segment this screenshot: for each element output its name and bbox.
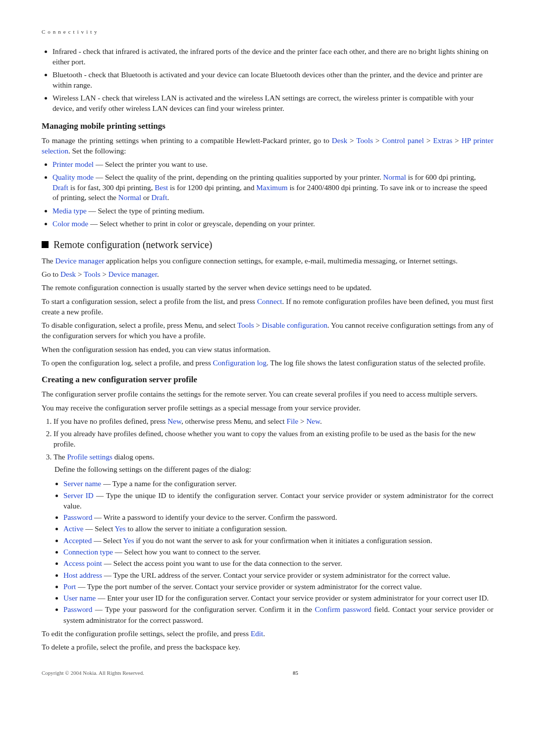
text: — Select whether to print in color or gr…: [88, 219, 315, 228]
kw: Normal: [118, 193, 141, 202]
text: Go to: [42, 270, 60, 278]
nav-keyword: Tools: [237, 321, 254, 329]
field-label: Quality mode: [53, 173, 94, 181]
list-item: Port — Type the port number of the serve…: [63, 581, 493, 592]
text: . Set the following:: [68, 147, 126, 155]
chapter-label: Connectivity: [42, 29, 493, 35]
field-label: Port: [63, 582, 76, 591]
field-label: Password: [63, 513, 92, 521]
body-text: The configuration server profile contain…: [42, 389, 493, 399]
kw: Yes: [123, 536, 134, 545]
sep: >: [347, 136, 356, 145]
kw: Maximum: [256, 183, 287, 192]
list-item: Access point — Select the access point y…: [63, 558, 493, 568]
text: or: [141, 193, 151, 202]
steps-list: If you have no profiles defined, press N…: [42, 416, 493, 462]
kw: Normal: [383, 173, 406, 181]
kw: Edit: [251, 629, 263, 638]
text: — Type the port number of the server. Co…: [76, 582, 422, 591]
list-item: Server name — Type a name for the config…: [63, 478, 493, 489]
nav-keyword: Desk: [332, 136, 347, 145]
text: If you have no profiles defined, press: [54, 417, 167, 425]
field-list: Server name — Type a name for the config…: [54, 478, 493, 625]
list-item: Host address — Type the URL address of t…: [63, 570, 493, 580]
text: — Type the unique ID to identify the con…: [63, 491, 493, 510]
settings-list: Printer model — Select the printer you w…: [42, 159, 493, 229]
text: is for 600 dpi printing,: [406, 173, 476, 181]
text: The: [54, 453, 67, 461]
nav-keyword: Extras: [433, 136, 452, 145]
text: — Type a name for the configuration serv…: [101, 479, 236, 488]
kw: Device manager: [55, 256, 104, 265]
body-text: To edit the configuration profile settin…: [42, 628, 493, 639]
list-item: Connection type — Select how you want to…: [63, 547, 493, 557]
text: — Select how you want to connect to the …: [113, 548, 261, 556]
copyright-text: Copyright © 2004 Nokia. All Rights Reser…: [42, 670, 144, 676]
sep: >: [373, 136, 382, 145]
kw: New: [167, 417, 181, 425]
text: — Type your password for the configurati…: [92, 605, 315, 613]
body-text: To manage the printing settings when pri…: [42, 135, 493, 156]
text: application helps you configure connecti…: [105, 256, 458, 265]
intro-bullet-list: Infrared - check that infrared is activa…: [42, 47, 493, 113]
text: To disable configuration, select a profi…: [42, 321, 237, 329]
heading-text: Remote configuration (network service): [54, 239, 212, 251]
nav-keyword: Desk: [60, 270, 76, 278]
nested-details: Define the following settings on the dif…: [54, 464, 493, 625]
body-text: Go to Desk > Tools > Device manager.: [42, 269, 493, 279]
list-item: Server ID — Type the unique ID to identi…: [63, 490, 493, 511]
field-label: Password: [63, 605, 92, 613]
text: to allow the server to initiate a config…: [126, 524, 287, 533]
body-text: When the configuration session has ended…: [42, 344, 493, 354]
sep: >: [452, 136, 462, 145]
body-text: The remote configuration connection is u…: [42, 282, 493, 293]
list-item: Color mode — Select whether to print in …: [53, 219, 493, 229]
body-text: To delete a profile, select the profile,…: [42, 642, 493, 652]
page-number: 85: [293, 670, 298, 676]
footer: Copyright © 2004 Nokia. All Rights Reser…: [42, 670, 493, 676]
text: — Select the quality of the print, depen…: [94, 173, 383, 181]
text: .: [263, 629, 265, 638]
text: is for fast, 300 dpi printing,: [68, 183, 155, 192]
body-text: Define the following settings on the dif…: [54, 464, 493, 474]
field-label: User name: [63, 594, 96, 602]
step-item: If you have no profiles defined, press N…: [54, 416, 493, 426]
nav-keyword: New: [306, 417, 320, 425]
list-item: Media type — Select the type of printing…: [53, 206, 493, 216]
list-item: Quality mode — Select the quality of the…: [53, 172, 493, 203]
text: — Write a password to identify your devi…: [92, 513, 337, 521]
heading-create-profile: Creating a new configuration server prof…: [42, 375, 493, 385]
nav-keyword: Tools: [356, 136, 373, 145]
text: To open the configuration log, select a …: [42, 358, 213, 367]
list-item: Wireless LAN - check that wireless LAN i…: [53, 93, 493, 113]
heading-managing-settings: Managing mobile printing settings: [42, 121, 493, 131]
text: — Select the type of printing medium.: [87, 206, 205, 215]
text: .: [167, 193, 169, 202]
body-text: You may receive the configuration server…: [42, 403, 493, 413]
sep: >: [254, 321, 262, 329]
text: dialog opens.: [112, 453, 155, 461]
text: To edit the configuration profile settin…: [42, 629, 251, 638]
text: To start a configuration session, select…: [42, 297, 257, 305]
sep: >: [76, 270, 84, 278]
sep: >: [424, 136, 433, 145]
body-text: To open the configuration log, select a …: [42, 357, 493, 368]
nav-keyword: File: [287, 417, 299, 425]
list-item: Printer model — Select the printer you w…: [53, 159, 493, 170]
text: , otherwise press Menu, and select: [181, 417, 287, 425]
text: — Select the access point you want to us…: [102, 559, 342, 567]
list-item: Bluetooth - check that Bluetooth is acti…: [53, 70, 493, 90]
kw: Best: [155, 183, 168, 192]
kw: Connect: [257, 297, 282, 305]
body-text: To disable configuration, select a profi…: [42, 320, 493, 341]
field-label: Accepted: [63, 536, 92, 545]
document-page: Connectivity Infrared - check that infra…: [0, 0, 535, 756]
text: — Enter your user ID for the configurati…: [96, 594, 488, 602]
kw: Profile settings: [67, 453, 112, 461]
field-label: Color mode: [53, 219, 88, 228]
list-item: Active — Select Yes to allow the server …: [63, 523, 493, 534]
text: To manage the printing settings when pri…: [42, 136, 332, 145]
nav-keyword: Tools: [84, 270, 101, 278]
sep: >: [101, 270, 108, 278]
list-item: Accepted — Select Yes if you do not want…: [63, 535, 493, 546]
